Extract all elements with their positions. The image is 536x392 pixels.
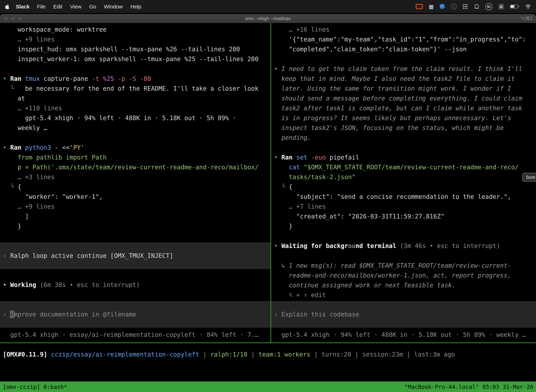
ghost-icon[interactable]: [474, 4, 479, 9]
text-segment: gpt-5.4 xhigh · 94% left · 488K in · 5.1…: [274, 331, 526, 338]
text-segment: •: [274, 154, 281, 161]
dots-grid-icon[interactable]: [463, 4, 468, 9]
menu-edit[interactable]: Edit: [53, 4, 62, 9]
wifi-icon[interactable]: [525, 4, 531, 9]
status-icons: ▦ 61 A: [416, 3, 531, 10]
left-pane[interactable]: workspace_mode: worktree … +9 lines insp…: [0, 23, 270, 342]
command-line: • Ran python3 - <<'PY': [0, 143, 270, 152]
text-segment: └: [274, 183, 289, 190]
terminal-line: from pathlib import Path: [0, 152, 270, 162]
menu-help[interactable]: Help: [130, 4, 141, 9]
omx-status-line: [OMX#0.11.9] cczip/essay/ai-reimplementa…: [0, 350, 536, 359]
text-segment: }: [274, 223, 292, 230]
text-segment: [274, 164, 289, 171]
text-segment: -S: [129, 75, 140, 82]
apple-menu-icon[interactable]: [5, 4, 10, 9]
battery-charging-icon[interactable]: [510, 5, 519, 9]
text-segment: -80: [140, 75, 151, 82]
text-segment: "$OMX_TEAM_STATE_ROOT/team/review-curren…: [304, 164, 519, 171]
text-segment: ou: [348, 242, 355, 249]
tmux-host-clock: "MacBook-Pro-44.local" 05:03 31-Mar-26: [404, 383, 533, 390]
terminal-line: pending.: [271, 133, 536, 143]
terminal-line: workspace_mode: worktree: [0, 25, 270, 34]
text-segment: |: [351, 351, 362, 358]
right-pane[interactable]: … +16 lines '{"team_name":"my-team","tas…: [271, 23, 536, 342]
text-segment: ]: [3, 213, 29, 220]
battery-percent-badge[interactable]: 61: [485, 3, 492, 10]
pane-footer: gpt-5.4 xhigh · essay/ai-reimplementatio…: [0, 330, 270, 340]
screen: Slack FileEditViewGoWindowHelp ▦ 61 A: [0, 0, 536, 392]
terminal-line: … +7 lines: [271, 202, 536, 211]
text-segment: … +9 lines: [3, 203, 55, 210]
text-segment: |: [403, 351, 414, 358]
text-segment: should send a message before completing …: [274, 95, 522, 102]
command-line: • Ran set -euo pipefail: [271, 152, 536, 162]
spacer: [0, 290, 270, 301]
text-segment: └: [3, 85, 25, 92]
queued-message: › Ralph loop active continue [OMX_TMUX_I…: [0, 251, 270, 261]
text-segment: {: [18, 183, 21, 190]
window-title-bar: omx --xhigh --madmax ⌥⌘1: [0, 14, 536, 23]
text-segment: is in progress? It seems likely but perh…: [274, 115, 511, 121]
zoom-button[interactable]: [18, 16, 22, 21]
input-source-icon[interactable]: A: [498, 4, 504, 9]
close-button[interactable]: [4, 16, 8, 21]
text-segment: … +3 lines: [3, 173, 55, 181]
text-segment: Explain this codebase: [281, 311, 359, 318]
text-segment: "worker": "worker-1",: [3, 193, 103, 200]
terminal-line: [271, 231, 536, 241]
terminal-line: inspect_hud: omx sparkshell --tmux-pane …: [0, 44, 270, 54]
text-segment: Working: [10, 281, 40, 288]
app-menu-slack[interactable]: Slack: [16, 4, 29, 9]
composer-input[interactable]: › Improve documentation in @filename: [0, 301, 270, 328]
terminal-line: └ {: [271, 182, 536, 192]
text-segment: inspect_hud: omx sparkshell --tmux-pane …: [3, 46, 240, 53]
composer-suggestion[interactable]: › Explain this codebase: [271, 309, 536, 319]
text-segment: … +7 lines: [274, 203, 326, 210]
menu-window[interactable]: Window: [104, 4, 123, 9]
composer-input[interactable]: › Improve documentation in @filename: [0, 309, 270, 319]
text-segment: -p: [118, 75, 129, 82]
text-segment: |: [310, 351, 321, 358]
screen-recording-icon[interactable]: [416, 4, 423, 9]
text-segment: ›: [3, 311, 10, 318]
terminal-line: [0, 133, 270, 143]
menu-view[interactable]: View: [70, 4, 81, 9]
grid-icon[interactable]: ▦: [429, 3, 434, 10]
app-icon-blue[interactable]: [440, 4, 445, 9]
text-segment: p = Path('.omx/state/team/review-current…: [3, 164, 258, 171]
minimize-button[interactable]: [11, 16, 15, 21]
text-segment: ›: [3, 252, 10, 259]
terminal-line: cat "$OMX_TEAM_STATE_ROOT/team/review-cu…: [271, 162, 536, 172]
app-icon-dark[interactable]: [451, 4, 457, 9]
text-segment: session:23m: [362, 351, 403, 358]
text-segment: (6m 38s • esc to interrupt): [40, 281, 140, 288]
text-segment: Ran: [10, 75, 25, 82]
text-segment: Ralph loop active continue [OMX_TMUX_INJ…: [10, 252, 173, 259]
text-segment: capture-pane: [44, 75, 92, 82]
text-segment: ⌥ + ↑ edit: [274, 292, 326, 299]
text-segment: └: [3, 183, 18, 190]
working-status: • Working (6m 38s • esc to interrupt): [0, 280, 270, 290]
text-segment: at: [3, 95, 25, 102]
text-segment: }: [3, 223, 21, 230]
menu-file[interactable]: File: [37, 4, 45, 9]
composer-suggestion[interactable]: › Explain this codebase: [271, 301, 536, 328]
text-segment: continue assigned work or next feasible …: [274, 282, 456, 289]
text-segment: task2 after task1 is complete, but can I…: [274, 105, 522, 112]
menu-go[interactable]: Go: [89, 4, 96, 9]
text-segment: •: [3, 144, 10, 151]
terminal-line: … +110 lines: [0, 103, 270, 113]
text-segment: later. Using the same for transition mig…: [274, 85, 511, 92]
terminal-line: … +3 lines: [0, 172, 270, 182]
text-segment: ↳: [274, 262, 289, 269]
text-segment: ralph:1/10: [210, 351, 247, 358]
text-segment: set: [296, 154, 311, 161]
text-segment: [OMX#0.11.9]: [3, 351, 51, 358]
text-segment: tasks/task-2.json": [274, 173, 356, 181]
spacer: [271, 328, 536, 330]
text-segment: '{"team_name":"my-team","task_id":"1","f…: [274, 36, 526, 43]
text-segment: gpt-5.4 xhigh · essay/ai-reimplementatio…: [3, 331, 258, 338]
pane-footer: gpt-5.4 xhigh · 94% left · 488K in · 5.1…: [271, 330, 536, 340]
terminal-line: tasks/task-2.json": [271, 172, 536, 182]
